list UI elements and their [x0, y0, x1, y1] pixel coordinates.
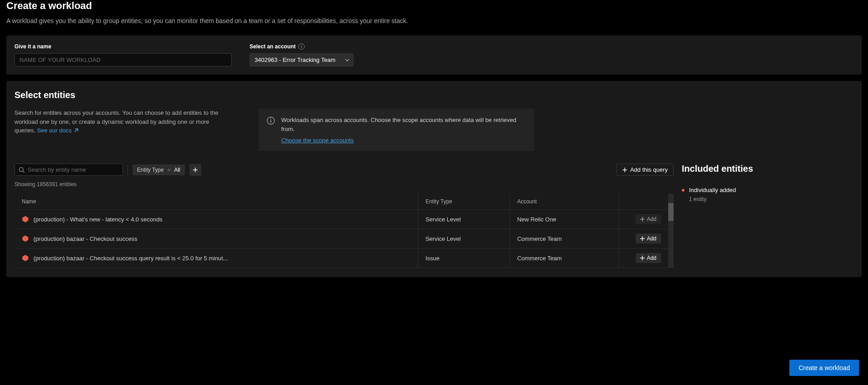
see-docs-link-text: See our docs — [37, 126, 72, 135]
add-this-query-button[interactable]: Add this query — [616, 164, 674, 176]
svg-marker-15 — [23, 255, 28, 261]
account-select-value: 3402963 - Error Tracking Team — [255, 56, 335, 63]
table-row: (production) bazaar - Checkout successSe… — [14, 229, 668, 249]
svg-marker-12 — [23, 235, 28, 242]
add-entity-label: Add — [647, 235, 656, 242]
status-bullet — [682, 189, 684, 192]
entity-type-cell: Service Level — [418, 229, 510, 249]
filter-key: Entity Type — [137, 167, 164, 173]
entities-table: Name Entity Type Account (production) - … — [14, 194, 668, 268]
plus-icon — [193, 167, 198, 173]
plus-icon — [640, 217, 645, 221]
external-link-icon — [73, 128, 79, 133]
included-entities-panel: Included entities Individually added 1 e… — [682, 164, 854, 268]
see-docs-link[interactable]: See our docs — [37, 126, 79, 135]
account-cell: Commerce Team — [509, 229, 618, 249]
plus-icon — [640, 256, 645, 260]
chevron-down-icon — [345, 58, 349, 62]
svg-point-1 — [270, 118, 271, 119]
name-field: Give it a name — [14, 43, 231, 66]
add-query-label: Add this query — [630, 166, 668, 173]
included-item: Individually added — [682, 185, 854, 195]
info-icon[interactable]: i — [298, 43, 305, 50]
account-select[interactable]: 3402963 - Error Tracking Team — [250, 53, 354, 66]
entity-name: (production) bazaar - Checkout success — [33, 235, 137, 242]
plus-icon — [622, 167, 627, 173]
account-field: Select an account i 3402963 - Error Trac… — [250, 43, 354, 66]
col-name: Name — [14, 194, 418, 210]
col-entity-type: Entity Type — [418, 194, 510, 210]
col-action — [618, 194, 668, 210]
create-workload-button[interactable]: Create a workload — [789, 360, 859, 376]
entity-name-cell: (production) bazaar - Checkout success q… — [22, 254, 410, 262]
entity-type-cell: Service Level — [418, 210, 510, 229]
svg-line-4 — [23, 171, 25, 173]
scope-info-panel: Workloads span across accounts. Choose t… — [259, 108, 534, 151]
scroll-thumb[interactable] — [668, 203, 674, 221]
status-hexagon-icon — [22, 254, 29, 262]
entity-name: (production) bazaar - Checkout success q… — [33, 255, 228, 262]
account-cell: New Relic One — [509, 210, 618, 229]
add-filter-button[interactable] — [189, 164, 201, 176]
name-field-label: Give it a name — [14, 43, 231, 50]
select-entities-help: Search for entities across your accounts… — [14, 108, 231, 135]
account-cell: Commerce Team — [509, 249, 618, 268]
account-field-label: Select an account i — [250, 43, 354, 50]
svg-point-3 — [19, 167, 24, 171]
page-description: A workload gives you the ability to grou… — [6, 17, 862, 24]
scope-info-text: Workloads span across accounts. Choose t… — [281, 116, 526, 133]
add-entity-label: Add — [647, 216, 656, 222]
svg-rect-2 — [270, 120, 271, 123]
status-hexagon-icon — [22, 216, 29, 223]
entity-search-wrap[interactable] — [14, 164, 123, 176]
included-entities-heading: Included entities — [682, 164, 854, 174]
included-item-count: 1 entity — [682, 196, 854, 202]
status-hexagon-icon — [22, 235, 29, 242]
filter-value: All — [174, 167, 180, 173]
table-row: (production) - What's new - latency < 4.… — [14, 210, 668, 229]
entity-name-cell: (production) bazaar - Checkout success — [22, 235, 410, 242]
choose-scope-link[interactable]: Choose the scope accounts — [281, 137, 526, 144]
filter-row: Entity Type = All — [14, 164, 674, 176]
entity-type-cell: Issue — [418, 249, 510, 268]
page-title: Create a workload — [6, 0, 862, 12]
table-row: (production) bazaar - Checkout success q… — [14, 249, 668, 268]
showing-count: Showing 1856391 entities — [14, 181, 674, 188]
add-entity-button[interactable]: Add — [636, 253, 661, 263]
workload-name-input[interactable] — [14, 53, 231, 66]
divider — [127, 165, 128, 174]
entity-search-input[interactable] — [28, 166, 119, 173]
entity-name: (production) - What's new - latency < 4.… — [33, 216, 162, 223]
add-entity-button[interactable]: Add — [636, 214, 661, 224]
info-icon — [267, 117, 275, 125]
table-scrollbar[interactable] — [668, 194, 674, 268]
svg-marker-9 — [23, 216, 28, 222]
add-entity-label: Add — [647, 255, 656, 261]
add-entity-button[interactable]: Add — [636, 234, 661, 244]
name-account-card: Give it a name Select an account i 34029… — [6, 35, 862, 75]
filter-op: = — [167, 167, 170, 173]
plus-icon — [640, 236, 645, 241]
search-icon — [19, 167, 25, 173]
entity-type-filter[interactable]: Entity Type = All — [132, 164, 185, 175]
entity-name-cell: (production) - What's new - latency < 4.… — [22, 216, 410, 223]
col-account: Account — [509, 194, 618, 210]
select-entities-heading: Select entities — [14, 90, 854, 100]
included-item-label: Individually added — [689, 187, 736, 193]
account-field-label-text: Select an account — [250, 43, 296, 50]
select-entities-card: Select entities Search for entities acro… — [6, 81, 862, 277]
